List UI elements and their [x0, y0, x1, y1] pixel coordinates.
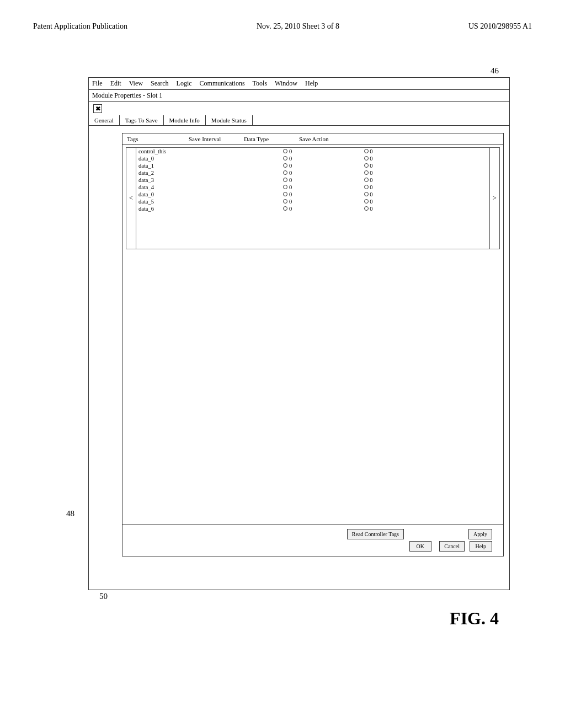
- tag-name-cell: data_4: [136, 184, 247, 191]
- col-interval: Save Interval: [189, 136, 244, 142]
- interval-cell: 0: [247, 191, 328, 198]
- interval-cell: 0: [247, 205, 328, 212]
- interval-cell: 0: [247, 176, 328, 184]
- type-cell: 0: [328, 148, 408, 155]
- action-cell: [409, 155, 489, 162]
- interval-cell: 0: [247, 162, 328, 169]
- x-checkbox[interactable]: ✖: [93, 104, 102, 113]
- page-header: Patent Application Publication Nov. 25, …: [33, 22, 532, 31]
- type-cell: 0: [328, 169, 408, 176]
- tag-name-cell: data_0: [136, 155, 247, 162]
- col-action: Save Action: [299, 136, 354, 142]
- col-tags: Tags: [122, 136, 189, 142]
- apply-button[interactable]: Apply: [468, 529, 492, 539]
- tab-tags-to-save[interactable]: Tags To Save: [120, 115, 164, 125]
- ref-48-label: 48: [66, 509, 74, 518]
- type-cell: 0: [328, 184, 408, 191]
- tabs-row: General Tags To Save Module Info Module …: [89, 115, 509, 126]
- table-row: data_0 0 0: [136, 191, 489, 198]
- fig-label: FIG. 4: [450, 608, 499, 629]
- menu-bar: File Edit View Search Logic Communicatio…: [89, 78, 509, 90]
- menu-communications[interactable]: Communications: [200, 79, 245, 88]
- tag-name-cell: data_0: [136, 191, 247, 198]
- scroll-area: < control_this 0 0 data_0 0 0 data_1 0 0…: [126, 147, 500, 249]
- diagram-container: 46 48 File Edit View Search Logic Commun…: [66, 66, 521, 607]
- location-text: Module Properties - Slot 1: [92, 92, 162, 99]
- location-bar: Module Properties - Slot 1: [89, 90, 509, 102]
- outer-window: File Edit View Search Logic Communicatio…: [88, 77, 510, 590]
- checkbox-row: ✖: [89, 102, 509, 115]
- type-cell: 0: [328, 176, 408, 184]
- action-cell: [409, 169, 489, 176]
- table-row: data_5 0 0: [136, 198, 489, 205]
- tag-name-cell: data_1: [136, 162, 247, 169]
- interval-cell: 0: [247, 169, 328, 176]
- ref-46-label: 46: [491, 66, 499, 76]
- tag-name-cell: data_3: [136, 176, 247, 184]
- table-row: data_4 0 0: [136, 184, 489, 191]
- menu-view[interactable]: View: [129, 79, 143, 88]
- ref-50-label: 50: [99, 592, 108, 601]
- scroll-right-button[interactable]: >: [489, 148, 499, 249]
- action-cell: [409, 176, 489, 184]
- action-cell: [409, 148, 489, 155]
- scroll-left-button[interactable]: <: [126, 148, 136, 249]
- tag-name-cell: data_2: [136, 169, 247, 176]
- action-cell: [409, 162, 489, 169]
- tab-module-status[interactable]: Module Status: [206, 115, 253, 125]
- type-cell: 0: [328, 198, 408, 205]
- tags-table-header: Tags Save Interval Data Type Save Action: [122, 133, 503, 145]
- action-cell: [409, 198, 489, 205]
- type-cell: 0: [328, 162, 408, 169]
- menu-window[interactable]: Window: [275, 79, 297, 88]
- table-row: control_this 0 0: [136, 148, 489, 155]
- cancel-button[interactable]: Cancel: [439, 541, 465, 552]
- action-cell: [409, 191, 489, 198]
- menu-tools[interactable]: Tools: [253, 79, 268, 88]
- menu-help[interactable]: Help: [305, 79, 318, 88]
- menu-search[interactable]: Search: [151, 79, 169, 88]
- ok-button[interactable]: OK: [409, 541, 431, 552]
- interval-cell: 0: [247, 148, 328, 155]
- tab-general[interactable]: General: [89, 115, 120, 125]
- tag-name-cell: data_6: [136, 205, 247, 212]
- read-controller-button[interactable]: Read Controller Tags: [347, 529, 404, 539]
- menu-file[interactable]: File: [92, 79, 103, 88]
- header-left: Patent Application Publication: [33, 22, 127, 31]
- menu-logic[interactable]: Logic: [177, 79, 192, 88]
- bottom-row: Read Controller Tags OK Cancel Apply Hel…: [122, 524, 503, 556]
- scroll-content: control_this 0 0 data_0 0 0 data_1 0 0 d…: [136, 148, 489, 249]
- type-cell: 0: [328, 205, 408, 212]
- interval-cell: 0: [247, 198, 328, 205]
- action-cell: [409, 184, 489, 191]
- table-row: data_1 0 0: [136, 162, 489, 169]
- interval-cell: 0: [247, 184, 328, 191]
- tag-name-cell: control_this: [136, 148, 247, 155]
- interval-cell: 0: [247, 155, 328, 162]
- help-button[interactable]: Help: [470, 541, 492, 552]
- type-cell: 0: [328, 191, 408, 198]
- header-right: US 2010/298955 A1: [468, 22, 532, 31]
- tag-name-cell: data_5: [136, 198, 247, 205]
- table-row: data_0 0 0: [136, 155, 489, 162]
- menu-edit[interactable]: Edit: [110, 79, 121, 88]
- type-cell: 0: [328, 155, 408, 162]
- table-row: data_6 0 0: [136, 205, 489, 212]
- tags-table: control_this 0 0 data_0 0 0 data_1 0 0 d…: [136, 148, 489, 212]
- inner-panel: Tags Save Interval Data Type Save Action…: [122, 133, 504, 556]
- col-type: Data Type: [244, 136, 299, 142]
- header-center: Nov. 25, 2010 Sheet 3 of 8: [257, 22, 339, 31]
- table-row: data_2 0 0: [136, 169, 489, 176]
- table-row: data_3 0 0: [136, 176, 489, 184]
- tab-module-info[interactable]: Module Info: [164, 115, 206, 125]
- action-cell: [409, 205, 489, 212]
